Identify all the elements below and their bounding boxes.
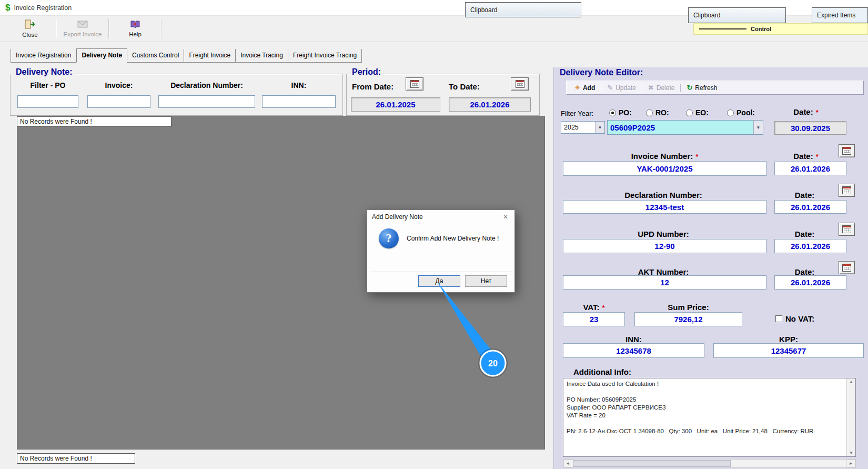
from-date-value: 26.01.2025 [351,97,440,112]
scroll-up-icon[interactable]: ▲ [849,380,853,384]
declaration-date-calendar-button[interactable] [839,184,855,197]
dialog-close-icon[interactable]: ✕ [501,213,510,221]
scroll-down-icon[interactable]: ▼ [849,451,853,455]
calendar-icon [842,186,851,194]
radio-po[interactable]: PO: [609,108,632,117]
year-dropdown[interactable]: 2025 ▼ [561,121,605,134]
field-label-text: Declaration Number: [624,191,702,199]
delivery-note-group: Delivery Note: Filter - PO Invoice: Decl… [10,74,343,116]
yes-button[interactable]: Да [418,275,460,287]
radio-ro[interactable]: RO: [646,108,669,117]
kpp-field[interactable]: 12345677 [713,343,864,358]
declaration-number-filter-input[interactable] [158,95,255,108]
refresh-button-label: Refresh [695,84,717,92]
delete-button[interactable]: ✖ Delete [644,83,679,93]
add-delivery-note-dialog: Add Delivery Note ✕ ? Confirm Add New De… [367,209,515,293]
vertical-scrollbar[interactable]: ▲ ▼ [846,378,855,456]
strikethrough-line [699,28,746,29]
po-number-value: 05609P2025 [608,121,753,134]
sum-price-field[interactable]: 7926,12 [634,312,742,326]
required-asterisk: * [816,108,819,116]
dialog-titlebar[interactable]: Add Delivery Note ✕ [367,210,514,223]
tab-freight-invoice-tracing[interactable]: Freight Invoice Tracing [288,49,362,63]
upd-date-calendar-button[interactable] [839,223,855,236]
help-button-label: Help [129,31,142,37]
invoice-filter-input[interactable] [87,95,150,108]
upd-number-label: UPD Number: [563,229,766,238]
date-label-text: Date: [793,152,813,161]
akt-number-field[interactable]: 12 [563,275,766,290]
required-asterisk: * [602,304,605,312]
toolbar-separator [161,19,162,38]
toolbar-separator [56,19,57,38]
upd-date-label: Date: [774,229,837,238]
add-button[interactable]: ✳ Add [571,83,599,93]
tab-customs-control[interactable]: Customs Control [127,49,184,63]
no-vat-checkbox[interactable]: No VAT: [775,314,814,323]
tab-invoice-tracing[interactable]: Invoice Tracing [236,49,288,63]
chevron-down-icon[interactable]: ▼ [595,122,604,133]
inn-field[interactable]: 12345678 [563,343,704,358]
editor-toolbar: ✳ Add ✎ Update ✖ Delete ↻ Refresh [566,81,864,95]
radio-eo[interactable]: EO: [686,108,709,117]
app-window: $ Invoice Registration Close Export Invo… [0,0,868,469]
dialog-message: Confirm Add New Delivery Note ! [407,235,499,242]
to-date-label: To Date: [449,82,480,91]
tab-delivery-note[interactable]: Delivery Note [76,48,127,63]
invoice-number-field[interactable]: YAK-0001/2025 [563,161,766,176]
to-date-calendar-button[interactable] [511,77,529,91]
scroll-left-icon[interactable]: ◄ [563,460,572,467]
update-button[interactable]: ✎ Update [603,83,640,93]
po-date-value: 30.09.2025 [774,121,846,135]
no-button[interactable]: Нет [465,275,507,287]
scroll-right-icon[interactable]: ► [846,460,855,467]
inn-filter-input[interactable] [262,95,336,108]
vat-label-text: VAT: [583,303,599,312]
date-label-text: Date: [793,107,813,116]
export-invoice-button[interactable]: Export Invoice [60,16,105,42]
delete-icon: ✖ [648,84,654,91]
calendar-icon [842,225,851,233]
close-button[interactable]: Close [7,16,53,42]
invoice-date-field[interactable]: 26.01.2026 [774,162,846,175]
filter-po-input[interactable] [17,95,78,108]
scrollbar-track[interactable] [731,460,846,467]
scrollbar-thumb[interactable] [573,460,731,467]
declaration-number-field[interactable]: 12345-test [563,200,766,214]
akt-date-field[interactable]: 26.01.2026 [774,275,846,290]
from-date-calendar-button[interactable] [406,77,423,91]
dialog-body: ? Confirm Add New Delivery Note ! [367,223,514,252]
export-envelope-icon [77,20,88,29]
refresh-button[interactable]: ↻ Refresh [683,83,721,93]
radio-pool-label: Pool: [736,108,755,117]
export-invoice-label: Export Invoice [64,31,102,37]
po-date-label: Date:* [774,107,837,116]
invoice-date-label: Date:* [774,152,837,161]
chevron-down-icon[interactable]: ▼ [753,121,763,134]
delivery-note-group-title: Delivery Note: [13,67,75,77]
update-icon: ✎ [607,84,613,91]
field-label-text: Invoice Number: [631,152,693,161]
upd-number-field[interactable]: 12-90 [563,239,766,253]
vat-field[interactable]: 23 [563,312,625,326]
dollar-app-icon: $ [5,3,10,13]
expired-items-overlay: Expired Items [812,7,868,23]
declaration-date-field[interactable]: 26.01.2026 [774,200,846,214]
window-title: Invoice Registration [14,4,72,12]
editor-title: Delivery Note Editor: [560,68,643,77]
additional-info-box[interactable]: Invoice Data used for Calculation ! PO N… [563,378,856,457]
tab-invoice-registration[interactable]: Invoice Registration [11,49,76,63]
toolbar-separator [680,84,681,92]
akt-date-calendar-button[interactable] [839,261,855,274]
radio-pool[interactable]: Pool: [727,108,755,117]
upd-date-field[interactable]: 26.01.2026 [774,239,846,253]
checkbox-icon [775,315,782,322]
sum-price-label: Sum Price: [634,303,742,312]
po-number-dropdown[interactable]: 05609P2025 ▼ [607,120,763,135]
invoice-date-calendar-button[interactable] [839,144,855,157]
no-records-message: No Records were Found ! [17,116,171,127]
help-button[interactable]: Help [113,16,158,42]
tab-freight-invoice[interactable]: Freight Invoice [184,49,236,63]
horizontal-scrollbar[interactable]: ◄ ► [563,459,856,468]
radio-po-label: PO: [619,108,632,117]
